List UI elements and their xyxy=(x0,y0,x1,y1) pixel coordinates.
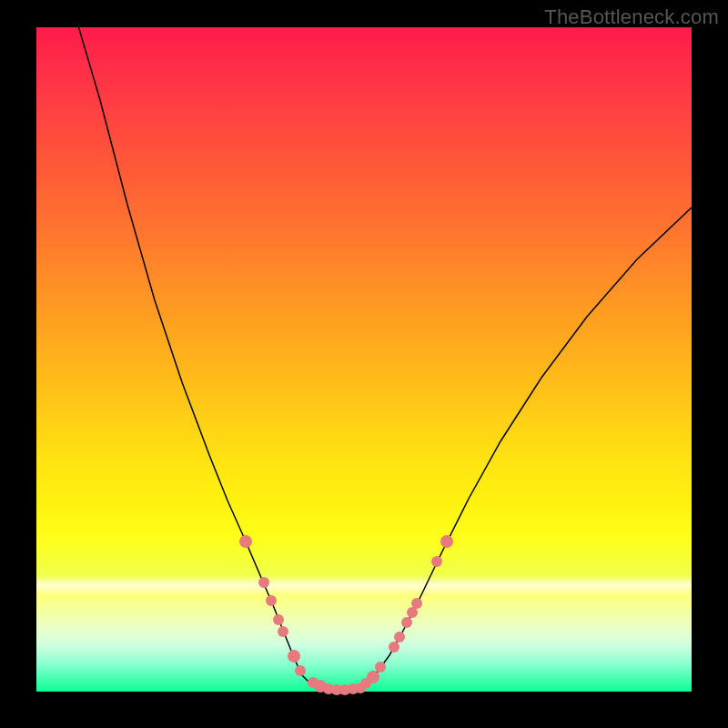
marker-dot xyxy=(266,595,277,606)
marker-dot xyxy=(431,556,442,567)
watermark-text: TheBottleneck.com xyxy=(544,5,719,29)
marker-dot xyxy=(401,617,412,628)
marker-dot xyxy=(288,650,300,662)
marker-dot xyxy=(411,598,422,609)
marker-dot xyxy=(295,665,306,676)
marker-group xyxy=(239,535,453,695)
marker-dot xyxy=(273,614,284,625)
chart-plot-area xyxy=(36,27,692,692)
marker-dot xyxy=(367,671,379,683)
chart-svg xyxy=(36,27,692,692)
bottleneck-curve xyxy=(73,7,692,690)
marker-dot xyxy=(440,535,453,548)
marker-dot xyxy=(239,535,252,548)
marker-dot xyxy=(394,632,405,642)
marker-dot xyxy=(258,577,269,588)
marker-dot xyxy=(375,662,386,672)
marker-dot xyxy=(389,642,399,652)
marker-dot xyxy=(278,626,288,637)
